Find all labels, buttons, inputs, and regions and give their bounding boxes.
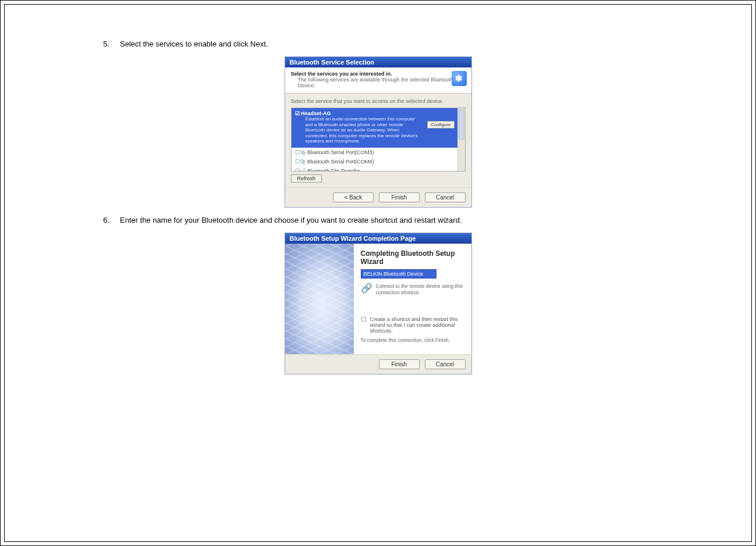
scrollbar-thumb[interactable] [459,109,464,140]
page-content: 5. Select the services to enable and cli… [4,4,752,542]
restart-wizard-checkbox[interactable]: ☐ [361,316,367,334]
service-item[interactable]: 📎 Bluetooth Serial Port(COM4) [292,157,458,166]
step-5: 5. Select the services to enable and cli… [86,40,670,208]
service-item-label: Bluetooth Serial Port(COM3) [307,149,374,155]
dialog1-button-bar: < Back Finish Cancel [285,187,471,207]
finish-button[interactable]: Finish [379,359,420,369]
service-list[interactable]: Headset-AG Establish an audio connection… [291,108,466,172]
cancel-button[interactable]: Cancel [425,192,466,202]
wizard-side-art [285,244,354,354]
back-button[interactable]: < Back [333,192,374,202]
service-item-selected[interactable]: Headset-AG Establish an audio connection… [292,108,458,148]
service-item[interactable]: 📎 Bluetooth Serial Port(COM3) [292,148,458,157]
device-name-field[interactable]: BELKIN Bluetooth Device [361,269,436,279]
dialog2-button-bar: Finish Cancel [285,354,471,374]
refresh-button[interactable]: Refresh [291,174,322,183]
step-6-text: Enter the name for your Bluetooth device… [120,216,670,224]
service-item-label: Bluetooth Serial Port(COM4) [307,159,374,165]
connect-shortcut-text: Connect to the remote device using this … [376,283,464,295]
step-6: 6. Enter the name for your Bluetooth dev… [86,216,670,374]
dialog1-titlebar: Bluetooth Service Selection [285,57,471,67]
dialog1-header: Select the services you are interested i… [285,67,471,94]
service-item[interactable]: 📄 Bluetooth File Transfer [292,166,458,172]
restart-wizard-label: Create a shortcut and then restart this … [370,316,464,334]
service-selected-title: Headset-AG [295,110,455,116]
dialog2-heading: Completing Bluetooth Setup Wizard [361,249,464,266]
dialog1-header-sub: The following services are available thr… [291,77,466,88]
finish-button[interactable]: Finish [379,192,420,202]
step-6-number: 6. [86,216,120,224]
service-item-label: Bluetooth File Transfer [307,168,360,172]
service-selection-dialog: Bluetooth Service Selection Select the s… [285,56,472,208]
cancel-button[interactable]: Cancel [425,359,466,369]
step-5-text: Select the services to enable and click … [120,40,670,48]
service-list-scrollbar[interactable] [457,108,465,171]
dialog1-header-title: Select the services you are interested i… [291,71,466,77]
dialog1-instruction: Select the service that you want to acce… [291,98,466,104]
configure-button[interactable]: Configure [427,121,455,129]
connection-icon: 🔗 [361,283,371,294]
completion-dialog: Bluetooth Setup Wizard Completion Page C… [285,233,472,374]
step-5-number: 5. [86,40,120,48]
bluetooth-icon: ✱ [452,71,467,86]
dialog2-titlebar: Bluetooth Setup Wizard Completion Page [285,233,471,244]
finish-instruction: To complete this connection, click Finis… [361,337,464,343]
